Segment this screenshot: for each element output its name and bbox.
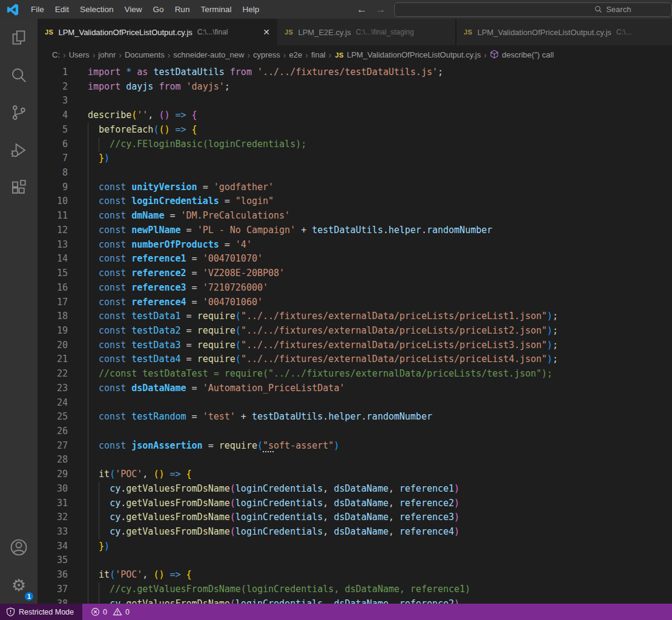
line-number: 24 bbox=[38, 396, 68, 411]
problems-item[interactable]: 0 0 bbox=[91, 607, 132, 616]
breadcrumb-item[interactable]: Documents bbox=[124, 50, 165, 59]
code-text[interactable]: const reference1 = '004701070' bbox=[88, 252, 263, 266]
code-text[interactable]: const dmName = 'DM.PreCalculations' bbox=[88, 209, 290, 223]
line-number: 18 bbox=[38, 309, 68, 324]
status-bar: Restricted Mode 0 0 bbox=[0, 604, 672, 620]
tab-3[interactable]: JSLPM_ValidationOfPriceListOutput.cy.jsC… bbox=[456, 19, 672, 45]
close-tab-icon[interactable]: ✕ bbox=[257, 27, 270, 37]
vscode-logo-icon bbox=[7, 4, 19, 16]
breadcrumb-item[interactable]: final bbox=[311, 50, 326, 59]
code-text[interactable]: import * as testDataUtils from '../../fi… bbox=[88, 65, 443, 80]
menu-edit[interactable]: Edit bbox=[50, 0, 74, 19]
code-line: 4describe('', () => { bbox=[38, 108, 672, 123]
code-text[interactable]: const testData3 = require("../../fixture… bbox=[88, 338, 558, 353]
search-sidebar-icon[interactable] bbox=[0, 56, 38, 94]
breadcrumb-item[interactable]: cypress bbox=[252, 50, 281, 59]
line-number: 15 bbox=[38, 266, 68, 281]
code-text[interactable]: const dsDataName = 'Automation_PriceList… bbox=[88, 381, 344, 396]
code-text[interactable]: const reference2 = 'VZ208E-20BP08' bbox=[88, 266, 285, 281]
code-area[interactable]: 1import * as testDataUtils from '../../f… bbox=[38, 64, 672, 604]
source-control-icon[interactable] bbox=[0, 94, 38, 131]
settings-gear-icon[interactable]: ⚙ 1 bbox=[0, 566, 38, 604]
line-number: 14 bbox=[38, 252, 68, 266]
back-arrow-icon[interactable]: ← bbox=[357, 4, 367, 16]
code-text[interactable]: //cy.FEloginBasic(loginCredentials); bbox=[88, 137, 306, 152]
tab-1[interactable]: JSLPM_ValidationOfPriceListOutput.cy.jsC… bbox=[38, 19, 277, 45]
indent-guide bbox=[99, 137, 99, 152]
code-text[interactable]: const unityVersion = 'godfather' bbox=[88, 180, 274, 195]
menu-go[interactable]: Go bbox=[148, 0, 170, 19]
code-text[interactable]: const jsonAssertion = require("soft-asse… bbox=[88, 439, 339, 453]
code-text[interactable]: }) bbox=[88, 539, 110, 554]
code-line: 14 const reference1 = '004701070' bbox=[38, 252, 672, 266]
code-text[interactable]: const newPlName = 'PL - No Campaign' + t… bbox=[88, 223, 492, 238]
line-number: 32 bbox=[38, 510, 68, 525]
tab-2[interactable]: JSLPM_E2E.cy.jsC:\...\final_staging bbox=[277, 19, 456, 45]
breadcrumb-item[interactable]: C: bbox=[51, 50, 61, 59]
code-line: 19 const testData2 = require("../../fixt… bbox=[38, 324, 672, 338]
breadcrumb-item[interactable]: Users bbox=[68, 50, 90, 59]
code-text[interactable]: cy.getValuesFromDsName(loginCredentials,… bbox=[88, 496, 460, 511]
code-text[interactable]: it('POC', () => { bbox=[88, 568, 192, 582]
chevron-right-icon: › bbox=[61, 50, 68, 60]
breadcrumb-item[interactable]: e2e bbox=[289, 50, 303, 59]
code-text[interactable]: const testData4 = require("../../fixture… bbox=[88, 352, 558, 367]
explorer-icon[interactable] bbox=[0, 19, 38, 56]
code-line: 34 }) bbox=[38, 539, 672, 554]
code-text[interactable]: cy.getValuesFromDsName(loginCredentials,… bbox=[88, 482, 460, 496]
code-text[interactable]: const reference4 = '004701060' bbox=[88, 295, 263, 310]
breadcrumb-file[interactable]: LPM_ValidationOfPriceListOutput.cy.js bbox=[346, 50, 481, 59]
code-text[interactable]: beforeEach(() => { bbox=[88, 123, 197, 137]
code-text[interactable]: //cy.getValuesFromDsName(loginCredential… bbox=[88, 582, 470, 597]
line-number: 16 bbox=[38, 281, 68, 295]
line-number: 17 bbox=[38, 295, 68, 310]
restricted-mode-item[interactable]: Restricted Mode bbox=[0, 604, 82, 620]
line-number: 5 bbox=[38, 123, 68, 137]
breadcrumb-item[interactable]: schneider-auto_new bbox=[173, 50, 245, 59]
code-line: 32 cy.getValuesFromDsName(loginCredentia… bbox=[38, 510, 672, 525]
code-line: 12 const newPlName = 'PL - No Campaign' … bbox=[38, 223, 672, 238]
code-line: 13 const numberOfProducts = '4' bbox=[38, 238, 672, 252]
menu-terminal[interactable]: Terminal bbox=[195, 0, 237, 19]
line-number: 7 bbox=[38, 151, 68, 166]
line-number: 2 bbox=[38, 80, 68, 94]
line-number: 25 bbox=[38, 410, 68, 424]
code-text[interactable]: //const testDataTest = require("../../fi… bbox=[88, 367, 553, 381]
code-text[interactable]: }) bbox=[88, 151, 110, 166]
menu-run[interactable]: Run bbox=[170, 0, 196, 19]
code-line: 3 bbox=[38, 94, 672, 108]
code-text[interactable]: const testRandom = 'test' + testDataUtil… bbox=[88, 410, 432, 424]
code-text[interactable]: describe('', () => { bbox=[88, 108, 197, 123]
breadcrumb-symbol[interactable]: describe('') call bbox=[502, 50, 554, 59]
code-text[interactable]: import dayjs from 'dayjs'; bbox=[88, 80, 230, 94]
code-text[interactable]: const numberOfProducts = '4' bbox=[88, 238, 252, 252]
code-text[interactable]: it('POC', () => { bbox=[88, 467, 192, 482]
tab-desc: C:\... bbox=[616, 28, 631, 36]
code-line: 22 //const testDataTest = require("../..… bbox=[38, 367, 672, 381]
menu-selection[interactable]: Selection bbox=[74, 0, 119, 19]
menu-file[interactable]: File bbox=[25, 0, 50, 19]
line-number: 31 bbox=[38, 496, 68, 511]
run-debug-icon[interactable] bbox=[0, 131, 38, 169]
code-text[interactable]: const loginCredentials = "login" bbox=[88, 194, 274, 209]
code-text[interactable]: const testData1 = require("../../fixture… bbox=[88, 309, 558, 324]
extensions-icon[interactable] bbox=[0, 169, 38, 206]
code-text[interactable]: cy.getValuesFromDsName(loginCredentials,… bbox=[88, 597, 460, 604]
code-text[interactable]: const testData2 = require("../../fixture… bbox=[88, 324, 558, 338]
line-number: 28 bbox=[38, 453, 68, 467]
tab-title: LPM_ValidationOfPriceListOutput.cy.js bbox=[477, 28, 611, 37]
command-center-search[interactable]: Search bbox=[394, 2, 672, 17]
chevron-right-icon: › bbox=[245, 50, 252, 60]
menu-help[interactable]: Help bbox=[237, 0, 265, 19]
warning-icon bbox=[113, 607, 122, 616]
forward-arrow-icon[interactable]: → bbox=[375, 4, 386, 16]
tab-desc: C:\...\final bbox=[197, 28, 228, 36]
menu-view[interactable]: View bbox=[119, 0, 148, 19]
code-text[interactable]: const reference3 = '7210726000' bbox=[88, 281, 268, 295]
code-line: 36 it('POC', () => { bbox=[38, 568, 672, 582]
account-icon[interactable] bbox=[0, 529, 38, 566]
code-text[interactable]: cy.getValuesFromDsName(loginCredentials,… bbox=[88, 525, 460, 539]
breadcrumb-item[interactable]: johnr bbox=[97, 50, 116, 59]
code-line: 33 cy.getValuesFromDsName(loginCredentia… bbox=[38, 525, 672, 539]
code-text[interactable]: cy.getValuesFromDsName(loginCredentials,… bbox=[88, 510, 460, 525]
